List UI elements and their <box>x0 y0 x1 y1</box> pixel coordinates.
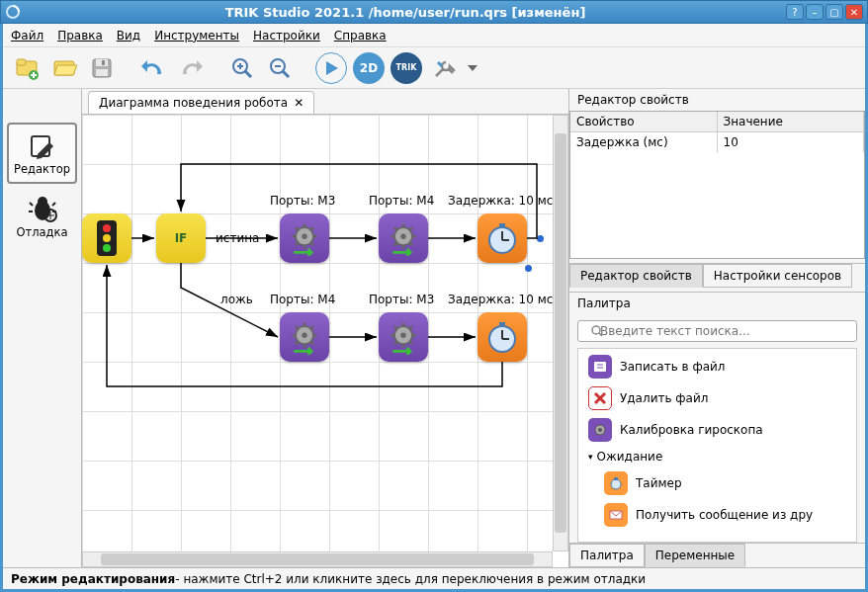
zoom-out-button[interactable] <box>264 52 296 84</box>
palette-item-label: Удалить файл <box>620 391 708 405</box>
palette-list[interactable]: Записать в файл Удалить файл Калибровка … <box>577 348 857 543</box>
redo-button[interactable] <box>175 52 207 84</box>
palette-item-gyro[interactable]: Калибровка гироскопа <box>586 414 848 446</box>
selection-handle[interactable] <box>537 235 544 242</box>
svg-rect-7 <box>102 60 105 65</box>
status-bar[interactable]: Режим редактирования - нажмите Ctrl+2 ил… <box>3 567 865 589</box>
palette-item-recv[interactable]: Получить сообщение из дру <box>586 499 848 531</box>
zoom-in-button[interactable] <box>226 52 258 84</box>
undo-button[interactable] <box>137 52 169 84</box>
svg-line-14 <box>283 71 289 77</box>
mode-editor[interactable]: Редактор <box>7 123 77 184</box>
tab-palette[interactable]: Палитра <box>569 544 645 567</box>
palette-title: Палитра <box>569 293 865 314</box>
open-file-button[interactable] <box>48 52 80 84</box>
diagram-canvas[interactable]: IF Порты: M3 Порты: M4 Задержка: 10 мс П… <box>82 115 553 551</box>
svg-line-38 <box>310 243 313 246</box>
palette-item-timer[interactable]: Таймер <box>586 467 848 499</box>
status-hint: - нажмите Ctrl+2 или кликните здесь для … <box>175 572 646 586</box>
new-file-button[interactable] <box>11 52 43 84</box>
svg-point-51 <box>400 234 405 239</box>
palette-tabs: Палитра Переменные <box>569 543 865 567</box>
app-icon <box>5 4 21 20</box>
svg-point-65 <box>302 333 306 338</box>
motor-block-bot-2[interactable] <box>379 312 428 362</box>
motor-bot-2-label: Порты: M3 <box>369 293 434 306</box>
help-window-button[interactable]: ? <box>786 4 804 20</box>
trik-button[interactable]: TRIK <box>391 52 422 84</box>
props-tabs: Редактор свойств Настройки сенсоров <box>569 263 865 288</box>
mode-debug[interactable]: Отладка <box>7 188 77 245</box>
svg-point-86 <box>592 326 600 334</box>
svg-point-30 <box>103 234 111 242</box>
svg-line-37 <box>296 227 299 230</box>
palette-search-input[interactable] <box>577 320 857 342</box>
if-block[interactable]: IF <box>156 213 206 263</box>
motor-block-top-1[interactable] <box>280 213 329 263</box>
svg-rect-2 <box>17 59 26 65</box>
svg-rect-94 <box>614 477 618 480</box>
titlebar: TRIK Studio 2021.1 /home/user/run.qrs [и… <box>0 0 868 24</box>
editor-icon <box>28 130 57 160</box>
svg-point-29 <box>103 224 111 232</box>
run-button[interactable] <box>315 52 347 84</box>
menu-settings[interactable]: Настройки <box>253 29 320 42</box>
svg-point-31 <box>103 244 111 252</box>
svg-line-10 <box>245 71 251 77</box>
svg-line-74 <box>409 326 412 329</box>
motor-bot-1-label: Порты: M4 <box>270 293 335 306</box>
svg-rect-88 <box>594 362 606 372</box>
selection-handle[interactable] <box>525 265 532 272</box>
motor-block-top-2[interactable] <box>379 213 428 263</box>
palette-item-delete[interactable]: Удалить файл <box>586 382 848 414</box>
toolbar-dropdown[interactable] <box>466 52 479 84</box>
close-button[interactable]: ✕ <box>845 4 863 20</box>
minimize-button[interactable]: – <box>806 4 824 20</box>
palette-item-write[interactable]: Записать в файл <box>586 351 848 382</box>
svg-line-22 <box>52 203 55 206</box>
diagram-tab[interactable]: Диаграмма поведения робота ✕ <box>88 91 314 114</box>
prop-name: Задержка (мс) <box>570 132 718 152</box>
palette-panel: Палитра Записать в файл Удалить файл Кал… <box>569 292 865 567</box>
maximize-button[interactable]: ▢ <box>825 4 843 20</box>
svg-point-92 <box>598 428 602 432</box>
palette-group-wait[interactable]: ▾ Ожидание <box>586 446 848 467</box>
motor-block-bot-1[interactable] <box>280 312 329 362</box>
tab-properties[interactable]: Редактор свойств <box>569 264 703 288</box>
search-icon <box>591 325 603 337</box>
tab-sensors[interactable]: Настройки сенсоров <box>703 264 852 288</box>
motor-top-2-label: Порты: M4 <box>369 194 434 208</box>
menu-edit[interactable]: Правка <box>57 29 103 42</box>
svg-line-73 <box>394 342 397 345</box>
window-title: TRIK Studio 2021.1 /home/user/run.qrs [и… <box>27 5 784 20</box>
menu-view[interactable]: Вид <box>117 29 140 42</box>
svg-line-49 <box>394 243 397 246</box>
start-block[interactable] <box>82 213 131 263</box>
palette-item-label: Калибровка гироскопа <box>620 423 763 437</box>
timer-block-bot[interactable] <box>477 312 527 362</box>
property-row[interactable]: Задержка (мс) 10 <box>570 132 864 152</box>
close-tab-icon[interactable]: ✕ <box>294 96 304 110</box>
svg-rect-8 <box>96 69 108 76</box>
palette-search <box>577 320 857 342</box>
col-property: Свойство <box>570 112 718 131</box>
timer-block-top[interactable] <box>477 213 527 263</box>
menu-help[interactable]: Справка <box>334 29 387 42</box>
palette-item-label: Таймер <box>636 476 682 490</box>
save-button[interactable] <box>86 52 118 84</box>
2d-button[interactable]: 2D <box>353 52 385 84</box>
right-panel: Редактор свойств Свойство Значение Задер… <box>568 89 865 567</box>
bug-icon <box>28 194 57 223</box>
svg-marker-17 <box>468 65 477 71</box>
h-scrollbar[interactable] <box>82 551 553 567</box>
edge-true-label: истина <box>216 231 259 245</box>
tools-button[interactable] <box>428 52 460 84</box>
palette-group-label: Ожидание <box>597 450 663 464</box>
v-scrollbar[interactable] <box>553 115 568 551</box>
properties-table[interactable]: Свойство Значение Задержка (мс) 10 <box>569 111 865 259</box>
tab-variables[interactable]: Переменные <box>645 544 745 567</box>
menu-file[interactable]: Файл <box>11 29 43 42</box>
menu-tools[interactable]: Инструменты <box>154 29 239 42</box>
prop-value[interactable]: 10 <box>718 132 865 152</box>
svg-line-48 <box>409 243 412 246</box>
